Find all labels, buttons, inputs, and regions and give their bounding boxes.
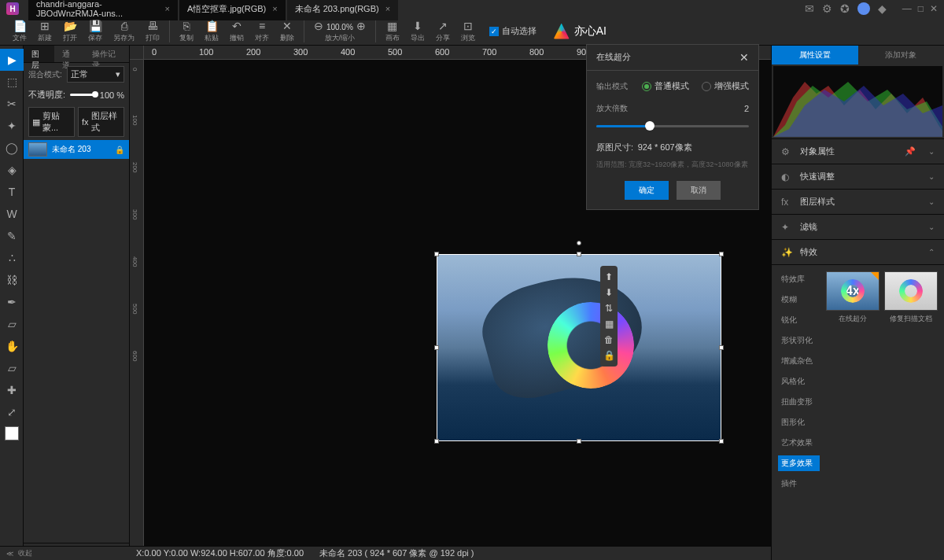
ok-button[interactable]: 确定 [625,181,669,200]
cat-library[interactable]: 特效库 [778,271,820,287]
close-button[interactable]: ✕ [930,3,938,14]
pin-icon[interactable]: 📌 [905,146,916,157]
opacity-slider[interactable] [70,94,95,96]
layer-down-icon[interactable]: ⬇ [600,285,618,300]
handle-bm[interactable] [577,439,581,444]
handle-mr[interactable] [719,345,724,350]
heal-tool[interactable]: ✚ [0,379,24,401]
slider-handle[interactable] [92,91,98,98]
acc-filters[interactable]: ✦滤镜⌄ [772,215,944,240]
effect-scan-repair[interactable]: 修复扫描文档 [884,271,938,492]
close-icon[interactable]: × [272,4,277,13]
tool-saveas[interactable]: ⎙另存为 [109,20,139,43]
hand-tool[interactable]: ✋ [0,335,24,357]
handle-bl[interactable] [434,439,439,444]
padlock-icon[interactable]: 🔒 [600,348,618,363]
blend-select[interactable]: 正常▾ [67,66,124,83]
cancel-button[interactable]: 取消 [677,181,721,200]
cat-plugins[interactable]: 插件 [778,476,820,492]
avatar[interactable] [857,2,870,15]
tool-delete[interactable]: ✕删除 [275,20,299,43]
cat-sharpen[interactable]: 锐化 [778,312,820,328]
compass-icon[interactable]: ✪ [840,2,850,15]
tool-export[interactable]: ⬇导出 [406,20,430,43]
cat-distort[interactable]: 扭曲变形 [778,394,820,410]
handle-tr[interactable] [719,252,724,256]
diamond-icon[interactable]: ◆ [878,2,887,15]
text-tool[interactable]: T [0,181,24,203]
collapse-label[interactable]: 收起 [18,548,32,558]
cat-pixelate[interactable]: 图形化 [778,414,820,430]
collapse-icon[interactable]: ≪ [6,550,13,558]
tab-layers[interactable]: 图层 [24,46,54,62]
radio-enhance[interactable]: 增强模式 [702,80,749,92]
scale-slider[interactable] [596,125,749,127]
lock-icon[interactable]: ▦ [600,316,618,332]
trash-icon[interactable]: 🗑 [600,332,618,348]
tool-save[interactable]: 💾保存 [83,20,107,43]
crop-tool[interactable]: ✂ [0,93,24,115]
wave-tool[interactable]: W [0,203,24,225]
slider-handle[interactable] [645,121,655,131]
cat-blur[interactable]: 模糊 [778,292,820,308]
handle-rotate[interactable] [577,241,581,245]
brush-tool[interactable]: ✎ [0,225,24,247]
cat-artistic[interactable]: 艺术效果 [778,435,820,451]
layer-item[interactable]: 未命名 203 🔒 [24,140,129,159]
color-swatch[interactable] [5,426,19,440]
maximize-button[interactable]: □ [918,3,924,14]
doc-tab-1[interactable]: A悟空抠章.jpg(RGB)× [179,0,286,20]
fill-tool[interactable]: ◈ [0,159,24,181]
layer-style-button[interactable]: fx图层样式 [78,107,124,137]
tab-history[interactable]: 操作记录 [84,46,129,62]
tool-undo[interactable]: ↶撤销 [225,20,249,43]
minimize-button[interactable]: — [902,3,912,14]
handle-ml[interactable] [434,345,439,350]
tool-align[interactable]: ≡对齐 [250,20,274,43]
wand-tool[interactable]: ✦ [0,115,24,137]
doc-tab-2[interactable]: 未命名 203.png(RGB)× [287,0,398,20]
pen-tool[interactable]: ✒ [0,291,24,313]
doc-tab-0[interactable]: chandri-anggara-JBOdWnzRMJA-uns...× [28,0,178,20]
tool-file[interactable]: 📄文件 [8,20,31,43]
flip-icon[interactable]: ⇅ [600,300,618,316]
tool-copy[interactable]: ⎘复制 [175,20,198,43]
shape-tool[interactable]: ▱ [0,313,24,335]
tool-canvas[interactable]: ▦画布 [381,20,404,43]
tab-add-object[interactable]: 添加对象 [858,46,945,64]
chain-tool[interactable]: ⛓ [0,269,24,291]
tab-channels[interactable]: 通道 [54,46,85,62]
canvas-image[interactable] [437,254,721,441]
lock-icon[interactable]: 🔒 [115,146,124,154]
perspective-tool[interactable]: ▱ [0,357,24,379]
auto-select-toggle[interactable]: ✓ 自动选择 [489,25,537,37]
tool-share[interactable]: ↗分享 [431,20,455,43]
close-icon[interactable]: ✕ [739,51,749,64]
radio-normal[interactable]: 普通模式 [642,80,689,92]
clip-mask-button[interactable]: ▦剪贴蒙... [28,107,75,137]
cat-more[interactable]: 更多效果 [778,455,820,471]
gear-icon[interactable]: ⚙ [822,2,832,15]
close-icon[interactable]: × [165,4,170,13]
handle-tm[interactable] [577,252,581,256]
tool-new[interactable]: ⊞新建 [33,20,57,43]
tool-zoom[interactable]: ⊖ 100.0% ⊕放大/缩小 [309,20,371,43]
cat-noise[interactable]: 增减杂色 [778,353,820,369]
marquee-tool[interactable]: ⬚ [0,71,24,93]
close-icon[interactable]: × [385,4,390,13]
tab-properties[interactable]: 属性设置 [772,46,858,64]
acc-object-attrs[interactable]: ⚙对象属性📌⌄ [772,139,944,164]
tool-paste[interactable]: 📋粘贴 [200,20,223,43]
effect-superres[interactable]: 4x 在线超分 [826,271,879,492]
handle-tl[interactable] [434,252,439,256]
tool-browse[interactable]: ⊡浏览 [456,20,480,43]
cat-stylize[interactable]: 风格化 [778,374,820,389]
handle-br[interactable] [719,439,724,444]
spray-tool[interactable]: ∴ [0,247,24,269]
move-tool[interactable]: ▶ [0,49,24,71]
app-logo[interactable]: H [6,2,19,15]
tool-open[interactable]: 📂打开 [58,20,82,43]
acc-effects[interactable]: ✨特效⌃ [772,240,944,265]
acc-quick-adjust[interactable]: ◐快速调整⌄ [772,164,944,190]
ai-logo[interactable]: 亦心AI [554,24,607,39]
